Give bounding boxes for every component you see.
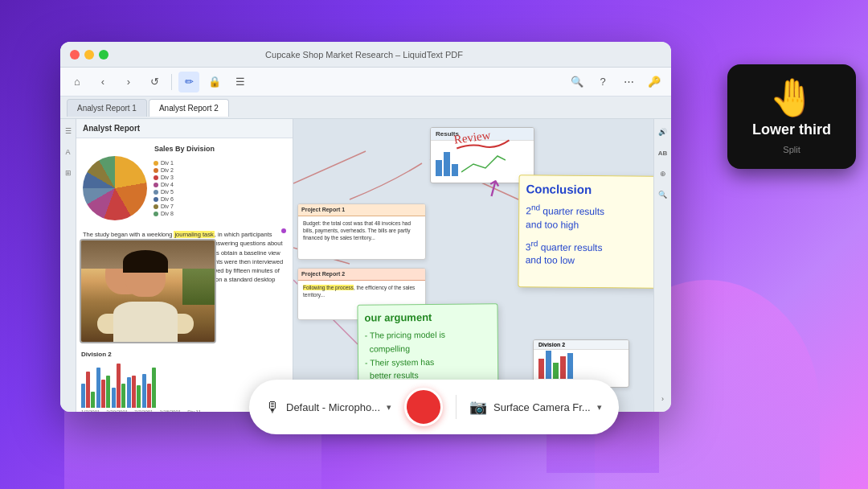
bar-group-4 (127, 376, 141, 408)
highlight-excerpt: Following the process (303, 285, 354, 290)
camera-dropdown-arrow[interactable]: ▾ (597, 402, 602, 413)
text-excerpt-card: Project Report 1 Budget: the total cost … (297, 203, 426, 260)
bar-2-2 (101, 380, 105, 408)
bar-group-2 (96, 368, 110, 408)
mic-icon: 🎙 (265, 399, 280, 416)
bar-5-3 (152, 368, 156, 408)
split-label: Split (783, 145, 800, 154)
legend-label-6: Div 6 (161, 196, 174, 202)
search-icon[interactable]: 🔍 (567, 72, 588, 92)
annotation-dot (281, 228, 286, 233)
lower-third-label: Lower third (752, 122, 831, 138)
home-icon[interactable]: ⌂ (67, 72, 88, 92)
sidebar-icon-2[interactable]: A (63, 146, 74, 158)
excerpt-card-body: Budget: the total cost was that 48 invoi… (303, 220, 420, 241)
legend-item-1: Div 1 (154, 160, 174, 166)
bar-group-3 (112, 364, 125, 408)
chart-section: Sales By Division Div 1 Div 2 (76, 138, 293, 227)
pen-icon[interactable]: ✏ (178, 72, 199, 92)
document-panel: Analyst Report Sales By Division Div 1 D… (76, 119, 293, 412)
bar-1-3 (91, 392, 95, 408)
control-divider (456, 395, 457, 419)
legend-label-3: Div 3 (161, 175, 174, 180)
d2-bar-2 (546, 351, 551, 379)
conclusion-line2: 3rd quarter resultsand too low (526, 238, 653, 269)
mini-bar-chart (436, 148, 458, 176)
sidebar-icon-3[interactable]: ⊞ (63, 167, 74, 179)
legend-item-2: Div 2 (154, 167, 174, 173)
legend-item-7: Div 7 (154, 203, 174, 209)
rs-search-icon[interactable]: 🔍 (657, 188, 669, 201)
conclusion-sticky: Conclusion 2nd quarter resultsand too hi… (518, 175, 653, 289)
lock-icon[interactable]: 🔒 (204, 72, 225, 92)
mini-line-chart (461, 148, 506, 176)
tab-bar: Analyst Report 1 Analyst Report 2 (60, 97, 671, 119)
chart-legend: Div 1 Div 2 Div 3 Div 4 (154, 160, 174, 216)
mini-bar-3 (452, 164, 458, 176)
legend-item-3: Div 3 (154, 175, 174, 180)
excerpt-card-header: Project Report 1 (298, 204, 425, 216)
refresh-icon[interactable]: ↺ (144, 72, 165, 92)
body (113, 302, 178, 342)
d2-bar-4 (560, 356, 566, 379)
legend-item-5: Div 5 (154, 189, 174, 195)
tab-analyst-report-2[interactable]: Analyst Report 2 (149, 99, 229, 117)
legend-item-8: Div 8 (154, 211, 174, 216)
bar-1-1 (81, 384, 85, 408)
legend-label-7: Div 7 (161, 203, 174, 209)
rs-arrow-icon[interactable]: › (657, 392, 669, 405)
control-bar: 🎙 Default - Micropho... ▾ 📷 Surface Came… (249, 380, 619, 434)
camera-label: Surface Camera Fr... (493, 401, 591, 413)
rs-expand-icon[interactable]: ⊕ (657, 167, 669, 180)
legend-dot-8 (154, 212, 158, 216)
argument-title: our argument (365, 310, 491, 323)
bar-3-1 (112, 388, 116, 408)
content-area: ☰ A ⊞ Analyst Report Sales By Division D… (60, 119, 671, 412)
chart-label-1: 1/7/2001 (81, 409, 100, 412)
hair (123, 250, 168, 273)
window-controls (70, 50, 108, 60)
record-button[interactable] (404, 388, 443, 426)
rs-text-icon[interactable]: AB (657, 146, 669, 159)
bar-group-5 (142, 368, 156, 408)
bar-1-2 (86, 372, 90, 408)
forward-icon[interactable]: › (118, 72, 139, 92)
mic-section: 🎙 Default - Micropho... ▾ (265, 399, 391, 416)
video-thumbnail (80, 239, 216, 343)
sidebar-icon-1[interactable]: ☰ (63, 125, 74, 137)
mic-dropdown-arrow[interactable]: ▾ (387, 402, 391, 413)
legend-label-4: Div 4 (161, 182, 174, 187)
legend-item-4: Div 4 (154, 182, 174, 187)
more-icon[interactable]: ⋯ (618, 72, 639, 92)
minimize-button[interactable] (84, 50, 94, 60)
legend-label-8: Div 8 (161, 211, 174, 216)
close-button[interactable] (70, 50, 80, 60)
legend-dot-5 (154, 190, 158, 195)
d2-bar-5 (567, 353, 573, 379)
maximize-button[interactable] (99, 50, 108, 60)
conclusion-title: Conclusion (526, 182, 653, 196)
clipboard-icon[interactable]: ☰ (230, 72, 251, 92)
chart-label-4: 1/18/2001 (159, 409, 181, 412)
bar-3-2 (117, 364, 121, 408)
d2-bar-1 (538, 359, 544, 379)
mic-label: Default - Micropho... (286, 401, 380, 413)
lock2-icon[interactable]: 🔑 (644, 72, 665, 92)
bar-2-3 (106, 376, 110, 408)
bar-chart-subtitle: Division 2 (81, 351, 288, 358)
back-icon[interactable]: ‹ (92, 72, 113, 92)
legend-dot-6 (154, 197, 158, 202)
tab-analyst-report-1[interactable]: Analyst Report 1 (67, 99, 147, 117)
help-icon[interactable]: ? (592, 72, 613, 92)
lower-third-badge[interactable]: 🤚 Lower third Split (727, 64, 856, 169)
division2-chart (534, 350, 628, 382)
legend-dot-4 (154, 183, 158, 187)
legend-item-6: Div 6 (154, 196, 174, 202)
rs-volume-icon[interactable]: 🔊 (657, 125, 669, 138)
camera-icon: 📷 (469, 398, 487, 416)
right-sidebar: 🔊 AB ⊕ 🔍 › (653, 119, 671, 412)
mini-bar-2 (444, 152, 450, 176)
mini-bar-1 (436, 160, 442, 176)
legend-dot-3 (154, 175, 158, 180)
chart-title: Sales By Division (83, 145, 286, 153)
